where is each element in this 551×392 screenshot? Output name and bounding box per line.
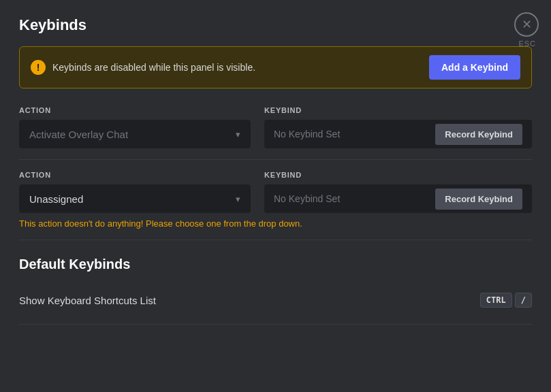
- warning-banner: ! Keybinds are disabled while this panel…: [19, 46, 532, 88]
- chevron-down-icon: ▾: [236, 129, 240, 140]
- warning-left: ! Keybinds are disabled while this panel…: [31, 60, 255, 75]
- keybinds-panel: Keybinds ✕ ESC ! Keybinds are disabled w…: [0, 0, 551, 392]
- keybind-section-1: ACTION KEYBIND Activate Overlay Chat ▾ N…: [19, 106, 532, 148]
- bottom-divider: [19, 324, 532, 325]
- keybind-section-2: ACTION KEYBIND Unassigned ▾ No Keybind S…: [19, 171, 532, 229]
- default-keybinds-title: Default Keybinds: [19, 257, 532, 272]
- record-keybind-button-1[interactable]: Record Keybind: [435, 124, 522, 145]
- action-select-2[interactable]: Unassigned ▾: [19, 184, 251, 213]
- action-label-1: ACTION: [19, 106, 251, 114]
- error-text-2: This action doesn't do anything! Please …: [19, 218, 532, 229]
- default-keybind-label-1: Show Keyboard Shortcuts List: [19, 295, 156, 306]
- record-keybind-button-2[interactable]: Record Keybind: [435, 189, 522, 210]
- add-keybind-button[interactable]: Add a Keybind: [429, 55, 520, 80]
- action-label-2: ACTION: [19, 171, 251, 179]
- divider-1: [19, 159, 532, 160]
- key-combo-1: CTRL /: [480, 293, 532, 308]
- divider-2: [19, 240, 532, 240]
- keybind-row-1: Activate Overlay Chat ▾ No Keybind Set R…: [19, 120, 532, 148]
- keybind-row-2: Unassigned ▾ No Keybind Set Record Keybi…: [19, 184, 532, 213]
- key-badge-slash: /: [515, 293, 532, 308]
- action-value-2: Unassigned: [29, 193, 83, 205]
- action-select-1[interactable]: Activate Overlay Chat ▾: [19, 120, 251, 148]
- keybind-label-1: KEYBIND: [264, 106, 532, 114]
- row-2-labels: ACTION KEYBIND: [19, 171, 532, 179]
- keybind-label-2: KEYBIND: [264, 171, 532, 179]
- default-keybinds-section: Default Keybinds Show Keyboard Shortcuts…: [19, 257, 532, 325]
- warning-text: Keybinds are disabled while this panel i…: [52, 62, 255, 73]
- row-1-labels: ACTION KEYBIND: [19, 106, 532, 114]
- keybind-field-1: No Keybind Set Record Keybind: [264, 120, 532, 148]
- action-value-1: Activate Overlay Chat: [29, 129, 128, 140]
- page-title: Keybinds: [19, 16, 532, 34]
- chevron-down-icon-2: ▾: [236, 194, 240, 204]
- esc-label: ESC: [518, 39, 536, 48]
- default-keybind-row-1: Show Keyboard Shortcuts List CTRL /: [19, 284, 532, 316]
- keybind-placeholder-1: No Keybind Set: [274, 129, 428, 140]
- keybind-placeholder-2: No Keybind Set: [274, 193, 428, 204]
- key-badge-ctrl: CTRL: [480, 293, 512, 308]
- keybind-field-2: No Keybind Set Record Keybind: [264, 184, 532, 213]
- close-icon: ✕: [522, 18, 532, 31]
- close-button[interactable]: ✕: [514, 12, 539, 37]
- warning-icon: !: [31, 60, 46, 75]
